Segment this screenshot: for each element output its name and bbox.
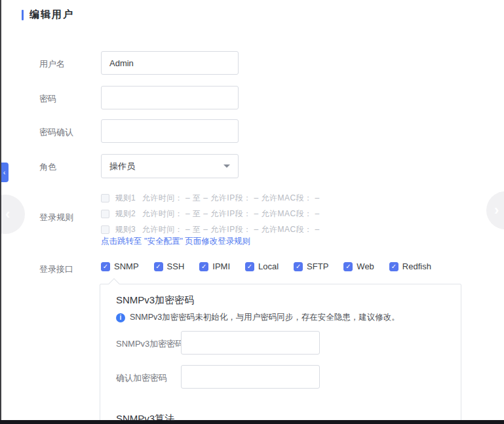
role-select-value: 操作员 (109, 161, 223, 172)
page-title: 编辑用户 (29, 9, 74, 21)
ipmi-label: IPMI (212, 261, 230, 271)
snmpv3-info-row: i SNMPv3加密密码未初始化，与用户密码同步，存在安全隐患，建议修改。 (116, 312, 400, 323)
role-label: 角色 (39, 161, 56, 173)
web-label: Web (357, 261, 374, 271)
security-config-link[interactable]: 点击跳转至 "安全配置" 页面修改登录规则 (101, 236, 250, 247)
rule1-name: 规则1 (115, 193, 136, 204)
redfish-checkbox-checked-icon[interactable] (389, 262, 398, 271)
snmpv3-password-input[interactable] (181, 331, 320, 355)
local-checkbox-checked-icon[interactable] (245, 262, 254, 271)
interface-item-snmp[interactable]: SNMP (101, 261, 139, 271)
chevron-left-icon: ‹ (3, 169, 6, 176)
ipmi-checkbox-checked-icon[interactable] (199, 262, 208, 271)
snmpv3-panel: SNMPv3加密密码 i SNMPv3加密密码未初始化，与用户密码同步，存在安全… (100, 284, 461, 424)
rule2-detail: 允许时间： – 至 – 允许IP段： – 允许MAC段： – (142, 208, 320, 220)
rule3-checkbox[interactable] (101, 225, 109, 234)
carousel-prev-button[interactable]: ‹ (0, 195, 25, 234)
carousel-next-button[interactable]: › (486, 191, 504, 229)
chevron-down-icon (223, 164, 230, 168)
username-input[interactable] (101, 51, 239, 75)
ssh-label: SSH (167, 261, 185, 271)
username-label: 用户名 (39, 58, 65, 70)
login-rule-row-2: 规则2 允许时间： – 至 – 允许IP段： – 允许MAC段： – (101, 206, 320, 222)
sftp-label: SFTP (307, 261, 328, 271)
window-bottom-border (0, 420, 504, 424)
ssh-checkbox-checked-icon[interactable] (154, 262, 163, 271)
title-accent-bar (22, 10, 24, 20)
rule1-detail: 允许时间： – 至 – 允许IP段： – 允许MAC段： – (142, 193, 320, 204)
rule3-name: 规则3 (115, 224, 136, 235)
snmpv3-password-label: SNMPv3加密密码 (116, 338, 184, 350)
web-checkbox-checked-icon[interactable] (343, 262, 353, 271)
snmp-checkbox-checked-icon[interactable] (101, 262, 110, 271)
login-rule-row-1: 规则1 允许时间： – 至 – 允许IP段： – 允许MAC段： – (101, 190, 320, 206)
password-input[interactable] (101, 86, 239, 109)
role-select[interactable]: 操作员 (101, 154, 239, 178)
interfaces-row: SNMP SSH IPMI Local SFTP Web Redfish (101, 261, 431, 271)
interface-item-redfish[interactable]: Redfish (389, 261, 431, 271)
password-label: 密码 (39, 93, 56, 105)
interface-item-web[interactable]: Web (343, 261, 374, 271)
rule2-checkbox[interactable] (101, 210, 109, 218)
snmp-label: SNMP (114, 261, 139, 271)
snmpv3-password-confirm-label: 确认加密密码 (116, 372, 167, 384)
chevron-left-icon: ‹ (5, 207, 10, 222)
snmpv3-password-confirm-input[interactable] (181, 365, 320, 389)
snmpv3-info-text: SNMPv3加密密码未初始化，与用户密码同步，存在安全隐患，建议修改。 (130, 312, 400, 323)
snmpv3-panel-title: SNMPv3加密密码 (116, 294, 194, 307)
login-rules-block: 规则1 允许时间： – 至 – 允许IP段： – 允许MAC段： – 规则2 允… (101, 190, 320, 237)
rule2-name: 规则2 (115, 208, 136, 220)
rule1-checkbox[interactable] (101, 194, 109, 202)
info-icon: i (116, 313, 125, 322)
sftp-checkbox-checked-icon[interactable] (294, 262, 303, 271)
page-title-row: 编辑用户 (22, 9, 74, 21)
interface-item-ipmi[interactable]: IPMI (199, 261, 230, 271)
password-confirm-input[interactable] (101, 119, 239, 143)
window-left-border (0, 0, 1, 424)
interfaces-label: 登录接口 (39, 263, 73, 275)
login-rule-row-3: 规则3 允许时间： – 至 – 允许IP段： – 允许MAC段： – (101, 222, 320, 237)
login-rules-label: 登录规则 (39, 212, 73, 223)
password-confirm-label: 密码确认 (39, 126, 73, 138)
local-label: Local (258, 261, 279, 271)
interface-item-sftp[interactable]: SFTP (294, 261, 328, 271)
rule3-detail: 允许时间： – 至 – 允许IP段： – 允许MAC段： – (142, 224, 320, 235)
interface-item-ssh[interactable]: SSH (154, 261, 185, 271)
panel-notch (109, 279, 120, 290)
interface-item-local[interactable]: Local (245, 261, 279, 271)
chevron-right-icon: › (494, 203, 499, 218)
redfish-label: Redfish (402, 261, 431, 271)
